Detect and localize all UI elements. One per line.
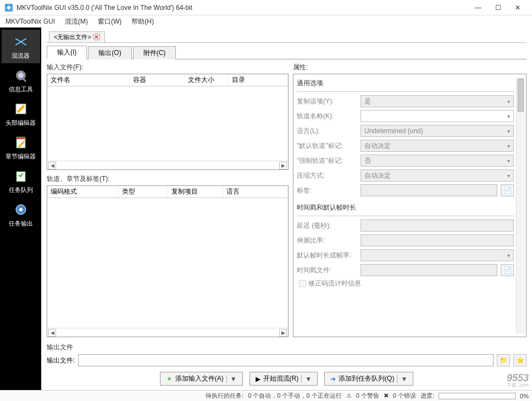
browse-tags-button[interactable]: 📄 bbox=[501, 184, 514, 196]
play-icon: ▶ bbox=[256, 375, 261, 383]
file-tab-label: <无输出文件> bbox=[54, 33, 91, 41]
close-button[interactable]: ✕ bbox=[508, 1, 528, 14]
scroll-thumb[interactable] bbox=[518, 79, 524, 112]
label-stretch: 伸展比率: bbox=[297, 236, 357, 245]
status-pending-label: 待执行的任务: bbox=[206, 392, 243, 400]
input-stretch[interactable] bbox=[361, 234, 514, 246]
star-icon: ⭐ bbox=[516, 356, 524, 364]
select-compression[interactable]: 自动决定▾ bbox=[361, 169, 514, 182]
sidebar-item-chapter-editor[interactable]: 章节编辑器 bbox=[2, 130, 40, 164]
col-dir[interactable]: 目录 bbox=[229, 74, 288, 86]
recent-output-button[interactable]: ⭐ bbox=[513, 354, 527, 366]
chevron-down-icon[interactable]: ▼ bbox=[226, 375, 237, 383]
label-language: 语言(L): bbox=[297, 127, 357, 136]
header-edit-icon bbox=[12, 100, 30, 118]
sidebar-item-label: 信息工具 bbox=[9, 85, 33, 94]
scroll-track[interactable] bbox=[56, 329, 279, 337]
value-forced-flag: 否 bbox=[364, 156, 371, 166]
properties-label: 属性: bbox=[293, 63, 527, 72]
tracks-list[interactable]: 编码格式 类型 复制项目 语言 ◀ ▶ bbox=[47, 185, 289, 337]
output-file-input[interactable] bbox=[78, 354, 494, 366]
label-compression: 压缩方式: bbox=[297, 171, 357, 180]
col-container[interactable]: 容器 bbox=[130, 74, 185, 86]
scroll-right-icon[interactable]: ▶ bbox=[279, 162, 287, 169]
sidebar-item-job-queue[interactable]: 任务队列 bbox=[2, 164, 40, 197]
col-lang[interactable]: 语言 bbox=[223, 186, 288, 197]
chevron-down-icon[interactable]: ▼ bbox=[397, 375, 407, 383]
tab-output[interactable]: 输出(O) bbox=[88, 46, 131, 59]
menu-gui[interactable]: MKVToolNix GUI bbox=[3, 18, 57, 25]
tracks-body[interactable] bbox=[47, 198, 288, 328]
input-files-list[interactable]: 文件名 容器 文件大小 目录 ◀ ▶ bbox=[47, 74, 289, 170]
col-copy[interactable]: 复制项目 bbox=[168, 186, 223, 197]
minimize-button[interactable]: — bbox=[468, 1, 488, 14]
status-warnings: 0 个警告 bbox=[356, 392, 379, 400]
start-mux-button[interactable]: ▶ 开始混流(R) ▼ bbox=[250, 372, 318, 386]
select-default-flag[interactable]: 自动决定▾ bbox=[361, 140, 514, 152]
sidebar-item-mux[interactable]: 混流器 bbox=[2, 30, 40, 63]
sidebar-item-label: 头部编辑器 bbox=[5, 119, 36, 127]
hscroll-input[interactable]: ◀ ▶ bbox=[47, 161, 288, 169]
close-tab-icon[interactable]: ✕ bbox=[93, 34, 100, 40]
input-delay[interactable] bbox=[361, 219, 514, 232]
svg-point-9 bbox=[19, 208, 23, 211]
sidebar-item-label: 混流器 bbox=[12, 52, 30, 60]
select-language[interactable]: Undetermined (und)▾ bbox=[361, 125, 514, 137]
progress-bar bbox=[439, 393, 516, 399]
input-files-label: 输入文件(F): bbox=[47, 63, 289, 72]
add-input-button[interactable]: ＋ 添加输入文件(A) ▼ bbox=[160, 372, 243, 386]
input-timestamp-file[interactable] bbox=[361, 264, 497, 276]
scroll-track[interactable] bbox=[56, 162, 279, 169]
menu-help[interactable]: 帮助(H) bbox=[129, 17, 156, 26]
select-copy-item[interactable]: 是▾ bbox=[361, 95, 514, 107]
input-files-header: 文件名 容器 文件大小 目录 bbox=[47, 74, 288, 86]
col-type[interactable]: 类型 bbox=[119, 186, 168, 197]
label-delay: 延迟 (毫秒): bbox=[297, 221, 357, 230]
label-timestamp-file: 时间戳文件: bbox=[297, 266, 357, 275]
menu-window[interactable]: 窗口(W) bbox=[96, 17, 124, 26]
output-field-label: 输出文件: bbox=[47, 356, 75, 365]
properties-inner: 通用选项 复制该项(Y): 是▾ 轨道名称(K): ▾ 语言(L): Und bbox=[297, 78, 514, 333]
col-size[interactable]: 文件大小 bbox=[185, 74, 229, 86]
col-codec[interactable]: 编码格式 bbox=[47, 186, 119, 197]
sidebar-item-job-output[interactable]: 任务输出 bbox=[2, 197, 40, 231]
add-queue-button[interactable]: ➔ 添加到任务队列(Q) ▼ bbox=[324, 372, 413, 386]
output-row: 输出文件: 📁 ⭐ bbox=[47, 354, 527, 366]
col-filename[interactable]: 文件名 bbox=[47, 74, 130, 86]
select-forced-flag[interactable]: 否▾ bbox=[361, 155, 514, 167]
tab-input[interactable]: 输入(I) bbox=[47, 46, 87, 59]
sidebar-item-header-editor[interactable]: 头部编辑器 bbox=[2, 97, 40, 130]
row-fix-bitstream[interactable]: 修正码流计时信息 bbox=[297, 279, 514, 288]
app-icon bbox=[4, 3, 13, 12]
browse-output-button[interactable]: 📁 bbox=[497, 354, 510, 366]
tab-attachments[interactable]: 附件(C) bbox=[133, 46, 176, 59]
bottom-buttons: ＋ 添加输入文件(A) ▼ ▶ 开始混流(R) ▼ ➔ 添加到任务队列(Q) ▼ bbox=[47, 372, 527, 386]
checkbox-fix-bitstream[interactable] bbox=[299, 280, 306, 287]
value-copy-item: 是 bbox=[364, 97, 371, 106]
add-input-label: 添加输入文件(A) bbox=[175, 374, 224, 383]
sidebar-item-label: 任务输出 bbox=[9, 219, 33, 228]
hscroll-tracks[interactable]: ◀ ▶ bbox=[47, 328, 288, 337]
status-progress-pct: 0% bbox=[520, 393, 529, 399]
scroll-left-icon[interactable]: ◀ bbox=[48, 329, 56, 337]
row-copy-item: 复制该项(Y): 是▾ bbox=[297, 95, 514, 107]
label-default-flag: "默认轨道"标记: bbox=[297, 141, 357, 151]
scroll-left-icon[interactable]: ◀ bbox=[48, 162, 56, 169]
chevron-down-icon: ▾ bbox=[507, 158, 510, 164]
input-track-name[interactable]: ▾ bbox=[361, 110, 514, 122]
sidebar-item-info[interactable]: 信息工具 bbox=[2, 63, 40, 97]
browse-timestamp-button[interactable]: 📄 bbox=[501, 264, 514, 276]
menu-mux[interactable]: 混流(M) bbox=[63, 17, 90, 26]
input-tags[interactable] bbox=[361, 184, 497, 196]
watermark: 9553 下载 .com bbox=[507, 372, 529, 389]
chevron-down-icon[interactable]: ▼ bbox=[301, 375, 312, 383]
scroll-right-icon[interactable]: ▶ bbox=[279, 329, 287, 337]
status-errors: 0 个错误 bbox=[393, 392, 416, 400]
watermark-sub: 下载 .com bbox=[507, 382, 529, 389]
properties-vscroll[interactable] bbox=[516, 78, 525, 333]
window-title: MKVToolNix GUI v35.0.0 ('All The Love In… bbox=[16, 4, 468, 12]
maximize-button[interactable]: ☐ bbox=[488, 1, 508, 14]
file-tab[interactable]: <无输出文件> ✕ bbox=[49, 31, 105, 42]
input-files-body[interactable] bbox=[47, 86, 288, 161]
input-default-duration[interactable]: ▾ bbox=[361, 249, 514, 261]
